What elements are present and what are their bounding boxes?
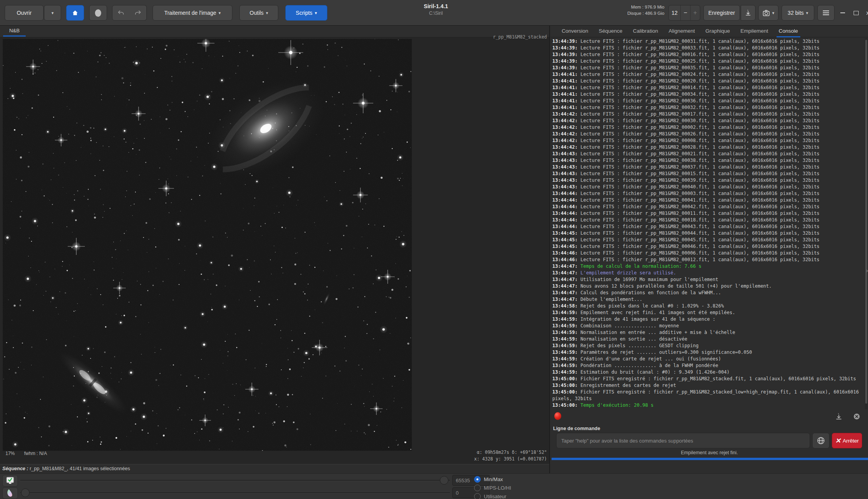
maximize-button[interactable] [850,9,862,17]
monitor-check-icon [5,476,15,485]
low-slider-handle[interactable] [21,488,30,497]
siril-window: Ouvrir ▾ Traitement de l'image▾ Outils▾ … [0,0,868,499]
console-line: 13:44:59: Paramètres de rejet ....... ou… [552,349,864,356]
radio-icon[interactable] [474,485,481,491]
console-controls [553,411,865,423]
export-log-button[interactable] [834,412,843,421]
progress-bar [552,458,868,460]
camera-icon [763,10,770,16]
home-button[interactable] [66,5,84,21]
hamburger-icon [823,9,829,16]
image-canvas[interactable] [3,39,412,451]
tab-graphique[interactable]: Graphique [705,26,730,37]
active-tab-underline [3,35,26,37]
scrollbar-thumb[interactable] [865,40,867,404]
radio-label: MIPS-LO/HI [484,485,511,491]
fwhm-label: fwhm : N/A [24,451,47,456]
chevron-down-icon: ▾ [51,11,54,16]
console-line: 13:44:43: Lecture FITS : fichier r_pp_M8… [552,177,864,184]
console-line: 13:44:42: Lecture FITS : fichier r_pp_M8… [552,131,864,137]
console-line: 13:45:00: Fichier FITS enregistré : fich… [552,376,864,382]
xy-coordinates: x: 4328 y: 3951 (=0.001787) [474,456,547,462]
close-icon: × [866,9,868,17]
tab-conversion[interactable]: Conversion [562,26,588,37]
hamburger-menu-button[interactable] [817,5,835,21]
console-line: 13:44:44: Lecture FITS : fichier r_pp_M8… [552,210,864,217]
panel-expander-icon[interactable]: › [866,267,868,274]
redo-button[interactable] [129,5,147,21]
console-scrollbar[interactable] [865,38,868,409]
snapshot-button[interactable]: ▾ [758,5,778,21]
console-log[interactable]: 13:44:39: Lecture FITS : fichier r_pp_M8… [552,38,864,409]
low-level-slider[interactable] [20,488,450,497]
clear-console-icon [853,413,861,420]
console-line: 13:44:45: Lecture FITS : fichier r_pp_M8… [552,237,864,243]
bit-depth-selector[interactable]: 32 bits▾ [782,5,814,21]
sequence-bar: Séquence : r_pp_M81&M82_, 41/41 images s… [0,464,549,473]
tab-console[interactable]: Console [779,26,798,37]
right-panel-tabs: ConversionSéquenceCalibrationAlignementG… [551,26,868,37]
image-processing-menu[interactable]: Traitement de l'image▾ [153,5,232,21]
progress-fill [552,458,868,460]
console-line: 13:44:41: Lecture FITS : fichier r_pp_M8… [552,104,864,111]
console-line: 13:44:44: Lecture FITS : fichier r_pp_M8… [552,217,864,223]
undo-icon [117,9,125,16]
tab-calibration[interactable]: Calibration [633,26,658,37]
console-line: 13:44:39: Lecture FITS : fichier r_pp_M8… [552,65,864,71]
minimize-button[interactable] [837,9,849,17]
thread-increment-button[interactable]: + [690,5,700,20]
redo-icon [134,9,142,16]
online-help-button[interactable] [812,433,829,448]
console-line: 13:45:00: Fichier FITS enregistré : fich… [552,389,864,402]
tab-empilement[interactable]: Empilement [740,26,768,37]
monitor-profile-button[interactable] [2,475,18,487]
radio-icon[interactable] [474,493,481,499]
slider-track [20,480,450,481]
console-line: 13:44:47: Utilisation de 16997 Mo maximu… [552,276,864,283]
gamut-button[interactable] [2,487,18,499]
right-panel: ConversionSéquenceCalibrationAlignementG… [551,26,868,473]
undo-button[interactable] [112,5,130,21]
save-button[interactable]: Enregistrer [703,5,740,21]
image-name-label: r_pp_M81&M82_stacked [493,34,547,40]
chevron-down-icon: ▾ [315,11,317,16]
high-level-slider[interactable] [20,476,450,485]
console-line: 13:44:41: Lecture FITS : fichier r_pp_M8… [552,78,864,84]
radio-icon[interactable] [474,476,481,483]
stop-button[interactable]: ✕ Arrêter [832,433,862,448]
radio-utilisateur[interactable]: Utilisateur [474,492,506,499]
status-led [554,412,561,420]
tools-menu[interactable]: Outils▾ [239,5,278,21]
thread-count-spinner[interactable]: 12 − + [668,5,700,21]
high-slider-handle[interactable] [440,476,448,485]
clear-console-button[interactable] [852,412,861,421]
radio-mips-lo-hi[interactable]: MIPS-LO/HI [474,484,511,492]
console-line: 13:44:47: Temps de calcul de la normalis… [552,263,864,270]
disk-label: Disque : 486.9 Gio [627,10,664,16]
open-dropdown-button[interactable]: ▾ [44,5,61,21]
console-line: 13:44:47: Nous avons 12 blocs parallèles… [552,283,864,290]
save-as-button[interactable] [741,5,756,21]
console-line: 13:44:41: Lecture FITS : fichier r_pp_M8… [552,91,864,98]
record-button[interactable] [89,5,107,21]
stop-x-icon: ✕ [835,437,841,445]
console-line: 13:44:43: Lecture FITS : fichier r_pp_M8… [552,164,864,170]
home-icon [72,9,79,16]
radio-label: Min/Max [484,476,503,482]
open-button[interactable]: Ouvrir [5,5,44,21]
record-circle-icon [95,9,101,17]
scripts-menu[interactable]: Scripts▾ [285,5,327,21]
sequence-label: Séquence : [2,466,28,471]
tab-séquence[interactable]: Séquence [599,26,622,37]
titlebar: Ouvrir ▾ Traitement de l'image▾ Outils▾ … [0,0,868,26]
console-line: 13:44:47: Calcul des pondérations en fon… [552,290,864,296]
radio-min-max[interactable]: Min/Max [474,475,503,483]
command-input[interactable] [556,433,810,448]
app-title: Siril-1.4.1 [397,3,475,9]
tab-nb[interactable]: N&B [3,26,26,36]
chevron-down-icon: ▾ [806,11,808,16]
console-line: 13:44:59: Combinaison ............... mo… [552,323,864,329]
close-button[interactable]: × [863,9,868,17]
tab-alignement[interactable]: Alignement [669,26,695,37]
thread-decrement-button[interactable]: − [680,5,690,20]
